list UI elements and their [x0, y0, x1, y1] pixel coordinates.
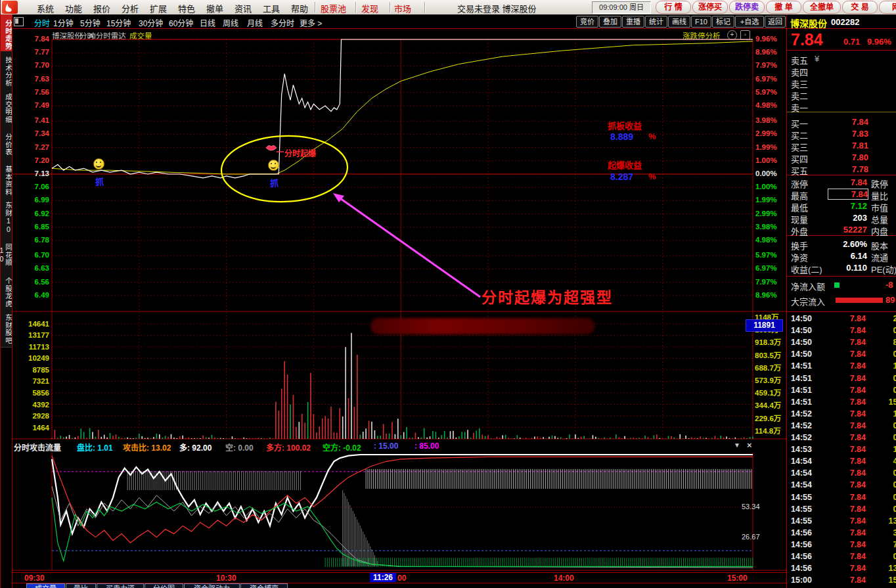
- indicator-level-label: 53.34: [742, 503, 760, 510]
- stat2-label: 净资: [791, 251, 808, 263]
- pct-axis-label: 7.97%: [755, 278, 777, 286]
- tick-row-volume[interactable]: 0.: [871, 468, 896, 478]
- time-cursor-badge: 11:26: [370, 573, 396, 582]
- time-label-4: 15:00: [727, 574, 748, 583]
- volume-axis-label: 8785: [20, 366, 49, 374]
- tick-row-price: 7.84: [828, 397, 866, 407]
- tick-row-time: 14:51: [791, 397, 812, 407]
- tick-row-volume[interactable]: 0.: [871, 480, 896, 489]
- bottom-tab-1[interactable]: 量比: [66, 583, 96, 588]
- tick-row-price: 7.84: [828, 468, 866, 478]
- indicator-title: 分时攻击流量: [14, 441, 61, 453]
- pct-axis-label: 1.00%: [755, 183, 777, 191]
- price-change-pct: 9.96%: [867, 37, 891, 47]
- tick-row-volume[interactable]: 0.: [871, 421, 896, 430]
- bottom-tab-0[interactable]: 成交量: [26, 583, 65, 588]
- bottom-tab-5[interactable]: 资金博弈: [240, 583, 288, 588]
- grab-signal-label: 抓: [270, 176, 279, 189]
- quote-panel: 7.84 0.71 9.96% 卖五¥卖四卖三卖二卖一买一7.84买二7.83买…: [787, 29, 896, 588]
- price-axis-label: 7.56: [23, 88, 49, 96]
- tick-row-price: 7.84: [828, 528, 866, 537]
- bottom-tab-4[interactable]: 资金驱动力: [184, 583, 240, 588]
- annotations: [220, 134, 480, 297]
- tick-row-price: 7.84: [828, 314, 866, 323]
- burst-return-unit: %: [648, 171, 656, 181]
- tick-row-price: 7.84: [828, 505, 866, 514]
- current-volume-badge: 11891: [746, 319, 783, 332]
- pct-axis-label: 8.96%: [755, 291, 777, 299]
- tick-row-price: 7.84: [828, 421, 866, 430]
- grab-return-value: 8.889: [610, 131, 633, 142]
- bottom-tab-3[interactable]: 分价图: [145, 583, 183, 588]
- buy-row-price-2: 7.81: [838, 141, 868, 150]
- buy-row-price-0: 7.84: [838, 117, 868, 127]
- tick-row-volume[interactable]: 7.: [871, 540, 896, 549]
- price-axis-label: 7.20: [23, 156, 49, 164]
- stat-label: 外盘: [791, 225, 808, 237]
- sell-row-label-3: 卖二: [791, 89, 808, 102]
- flow-marker-bar: [836, 298, 883, 303]
- stat-label2: 跌停: [871, 177, 888, 190]
- grab-return-unit: %: [648, 131, 656, 141]
- tick-row-volume[interactable]: 0.: [871, 552, 896, 561]
- pct-axis-label: 1.00%: [755, 156, 777, 164]
- pct-axis-label: 0.00%: [755, 170, 777, 177]
- tick-row-price: 7.84: [828, 480, 866, 489]
- tick-row-volume[interactable]: 2.: [871, 314, 896, 323]
- time-label-0: 09:30: [24, 574, 45, 583]
- smiley-marker-icon: [268, 160, 279, 171]
- price-axis-label: 7.70: [23, 61, 49, 69]
- bottom-tab-2[interactable]: 买卖力道: [97, 583, 144, 588]
- pct-axis-label: 5.97%: [755, 251, 777, 259]
- burst-return-title: 起爆收益: [608, 158, 642, 171]
- price-axis-label: 7.84: [23, 35, 49, 43]
- pct-axis-label: 2.99%: [755, 210, 777, 217]
- stat2-label: 换手: [791, 239, 808, 252]
- panel-separator: [787, 311, 896, 312]
- tick-row-volume[interactable]: 0.: [871, 493, 896, 502]
- tick-row-volume[interactable]: 15.: [871, 576, 896, 585]
- buy-row-price-3: 7.80: [838, 152, 868, 162]
- collapse-arrow-icon[interactable]: ▼: [734, 441, 740, 449]
- tick-row-volume[interactable]: 1.: [871, 445, 896, 454]
- tick-row-time: 14:50: [791, 338, 812, 347]
- tick-row-volume[interactable]: 4.: [871, 457, 896, 466]
- tick-row-price: 7.84: [828, 361, 866, 371]
- pct-axis-label: 4.98%: [755, 236, 777, 244]
- panel-divider: [786, 14, 787, 588]
- price-axis-label: 7.49: [23, 101, 49, 109]
- volume-bars: [52, 333, 753, 439]
- close-icon[interactable]: ×: [747, 440, 752, 450]
- volume-axis-label: 11713: [20, 343, 49, 351]
- stat-label: 涨停: [791, 177, 808, 190]
- tick-row-volume[interactable]: 1.: [871, 361, 896, 371]
- buy-row-label-4: 买五: [791, 164, 808, 177]
- tick-row-volume[interactable]: 13.: [871, 516, 896, 526]
- tick-row-volume[interactable]: 0.: [871, 505, 896, 514]
- volume-axis-label: 5856: [20, 389, 49, 397]
- tick-row-volume[interactable]: 0.: [871, 350, 896, 359]
- tick-row-volume[interactable]: 0.: [871, 386, 896, 395]
- smiley-marker-icon: [93, 158, 104, 170]
- tick-row-price: 7.84: [828, 374, 866, 383]
- tick-row-volume[interactable]: 0.: [871, 326, 896, 335]
- stat-value: 7.84: [828, 189, 868, 200]
- tick-row-volume[interactable]: 0.: [871, 433, 896, 442]
- indicator-field-4: 多方: 100.02: [266, 441, 311, 453]
- price-axis-label: 7.13: [23, 170, 49, 177]
- tick-row-volume[interactable]: 1.: [871, 409, 896, 418]
- volume-axis-label: 7321: [20, 377, 49, 385]
- buy-row-label-3: 买四: [791, 152, 808, 165]
- pct-axis-label: 8.96%: [755, 48, 777, 56]
- tick-row-volume[interactable]: 8.: [871, 338, 896, 347]
- tick-row-time: 14:55: [791, 516, 812, 526]
- tick-row-volume[interactable]: 0.: [871, 374, 896, 383]
- tick-row-time: 14:50: [791, 326, 812, 335]
- indicator-header: 分时攻击流量盘比: 1.01攻击比: 13.02多: 92.00空: 0.00多…: [12, 440, 753, 453]
- price-axis-label: 7.06: [23, 183, 49, 191]
- tick-row-volume[interactable]: 13.: [871, 564, 896, 573]
- indicator-field-5: 空方: -0.02: [323, 441, 361, 453]
- tick-row-volume[interactable]: 3.: [871, 528, 896, 537]
- price-axis-label: 6.78: [23, 236, 49, 244]
- tick-row-volume[interactable]: 15.: [871, 397, 896, 407]
